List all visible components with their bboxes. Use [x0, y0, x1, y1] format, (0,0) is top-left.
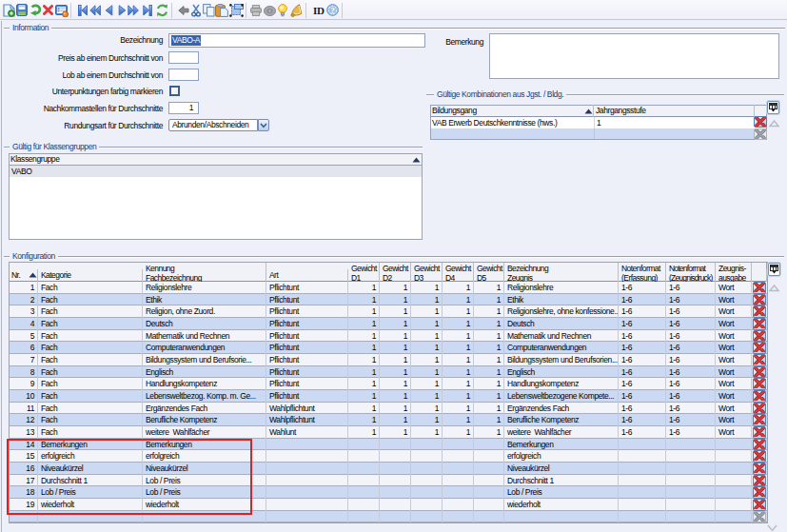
svg-text:?: ?	[331, 6, 335, 15]
